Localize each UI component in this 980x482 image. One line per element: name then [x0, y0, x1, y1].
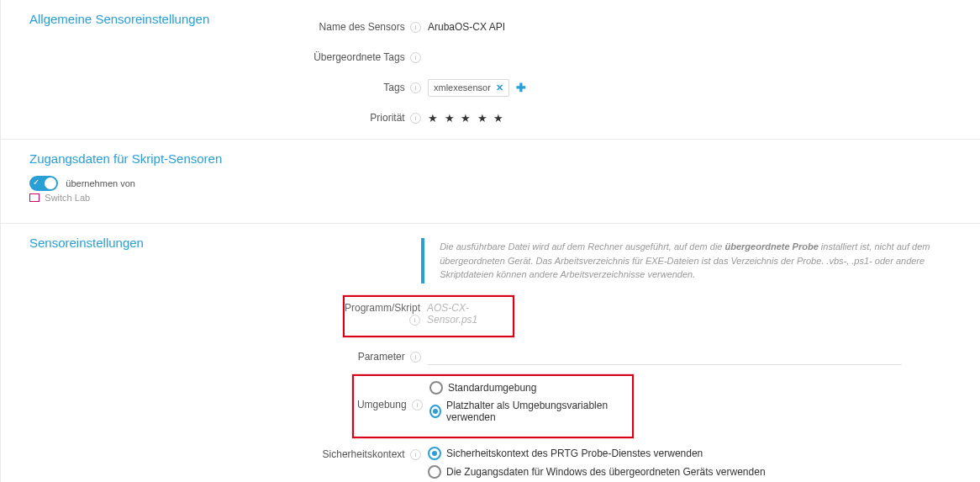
parameter-input[interactable] [428, 347, 902, 365]
tag-remove-icon[interactable]: ✕ [496, 82, 503, 93]
info-text-pre: Die ausführbare Datei wird auf dem Rechn… [440, 241, 724, 252]
help-icon[interactable]: i [410, 82, 421, 93]
row-security: Sicherheitskontext i Sicherheitskontext … [1, 447, 980, 479]
label-parameter: Parameter i [1, 351, 428, 363]
highlight-box-environment: Umgebung i Standardumgebung Platzhalter … [352, 374, 634, 438]
inherit-text: übernehmen von [66, 178, 135, 188]
label-parameter-text: Parameter [358, 351, 405, 363]
tag-chip[interactable]: xmlexesensor ✕ [428, 79, 509, 97]
radio-env-placeholders-label: Platzhalter als Umgebungsvariablen verwe… [446, 400, 624, 423]
value-tags: xmlexesensor ✕ ✚ [428, 79, 980, 97]
row-parameter: Parameter i [1, 344, 980, 369]
value-sensor-name[interactable]: ArubaOS-CX API [428, 21, 980, 33]
info-bar-icon [421, 238, 424, 283]
info-text-bold: übergeordnete Probe [725, 241, 819, 252]
label-sensor-name-text: Name des Sensors [319, 21, 405, 33]
label-tags: Tags i [1, 82, 428, 93]
label-script: Programm/Skript i [345, 302, 427, 326]
label-sensor-name: Name des Sensors i [1, 21, 428, 33]
label-tags-text: Tags [383, 82, 404, 93]
label-script-text: Programm/Skript [345, 302, 420, 314]
help-icon[interactable]: i [410, 113, 421, 124]
value-parameter [428, 347, 980, 365]
settings-page: Allgemeine Sensoreinstellungen Name des … [0, 0, 980, 482]
priority-stars[interactable]: ★ ★ ★ ★ ★ [428, 112, 505, 124]
label-environment-text: Umgebung [357, 399, 407, 410]
label-security-text: Sicherheitskontext [323, 448, 405, 460]
value-priority[interactable]: ★ ★ ★ ★ ★ [428, 112, 980, 124]
info-text: Die ausführbare Datei wird auf dem Rechn… [440, 238, 980, 283]
help-icon[interactable]: i [412, 400, 423, 410]
inherit-toggle[interactable]: ✓ [29, 176, 58, 191]
check-icon: ✓ [33, 177, 40, 187]
tag-chip-label: xmlexesensor [434, 82, 491, 93]
info-callout: Die ausführbare Datei wird auf dem Rechn… [421, 238, 980, 283]
section-title-credentials: Zugangsdaten für Skript-Sensoren [1, 140, 980, 172]
device-icon [29, 193, 40, 202]
help-icon[interactable]: i [409, 315, 420, 326]
value-environment: Standardumgebung Platzhalter als Umgebun… [429, 381, 632, 428]
value-script[interactable]: AOS-CX-Sensor.ps1 [427, 302, 513, 326]
help-icon[interactable]: i [410, 22, 421, 33]
inherit-from-link[interactable]: Switch Lab [45, 193, 90, 203]
radio-env-default-label: Standardumgebung [448, 382, 536, 394]
radio-security-windows-label: Die Zugangsdaten für Windows des übergeo… [446, 466, 766, 478]
label-security: Sicherheitskontext i [1, 447, 428, 460]
radio-security-probe[interactable]: Sicherheitskontext des PRTG Probe-Dienst… [428, 447, 972, 460]
row-parent-tags: Übergeordnete Tags i [1, 45, 980, 70]
label-parent-tags: Übergeordnete Tags i [1, 51, 428, 63]
help-icon[interactable]: i [410, 449, 421, 460]
radio-security-windows[interactable]: Die Zugangsdaten für Windows des übergeo… [428, 465, 972, 479]
value-security: Sicherheitskontext des PRTG Probe-Dienst… [428, 447, 980, 479]
label-parent-tags-text: Übergeordnete Tags [313, 51, 405, 63]
radio-security-probe-label: Sicherheitskontext des PRTG Probe-Dienst… [446, 448, 703, 459]
label-environment: Umgebung i [354, 399, 429, 410]
label-priority-text: Priorität [370, 112, 404, 124]
label-priority: Priorität i [1, 112, 428, 124]
inherit-block: ✓ übernehmen von Switch Lab [1, 172, 980, 215]
help-icon[interactable]: i [410, 52, 421, 63]
row-tags: Tags i xmlexesensor ✕ ✚ [1, 75, 980, 100]
highlight-box-script: Programm/Skript i AOS-CX-Sensor.ps1 [343, 295, 514, 337]
tag-add-icon[interactable]: ✚ [516, 81, 526, 94]
radio-env-placeholders[interactable]: Platzhalter als Umgebungsvariablen verwe… [429, 400, 624, 423]
row-priority: Priorität i ★ ★ ★ ★ ★ [1, 105, 980, 130]
radio-env-default[interactable]: Standardumgebung [429, 381, 624, 395]
help-icon[interactable]: i [410, 352, 421, 363]
